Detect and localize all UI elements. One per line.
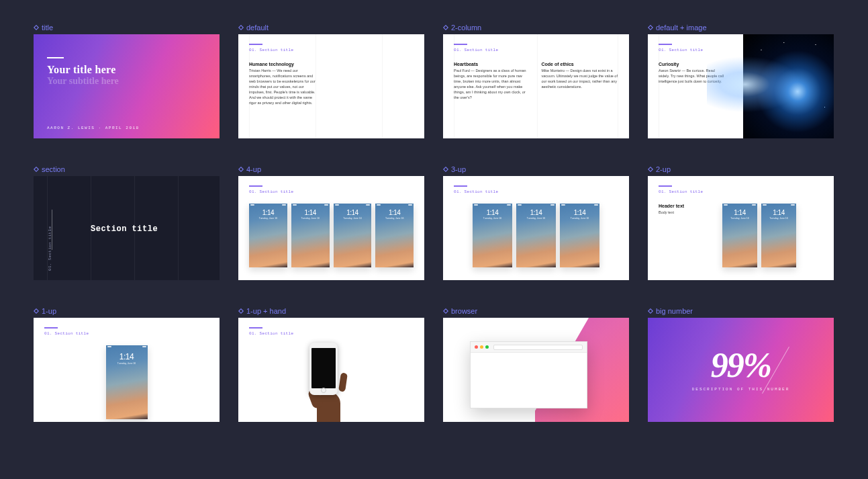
component-icon [238,167,244,172]
section-title: Section title [91,224,158,234]
slide-item-2-up[interactable]: 2-up 01. Section title Header text Body … [648,165,834,280]
hand-mockup [295,341,369,422]
subtitle-text: Your subtitle here [47,76,206,87]
layout-guide [618,34,618,138]
body-text: Tristan Harris — We need our smartphones… [249,69,316,106]
component-label: big number [648,307,834,315]
phone-date: Tuesday, June 16 [473,217,512,220]
component-label: title [34,24,220,32]
slide-canvas: 01. Section title 1:14Tuesday, June 16 [34,318,220,422]
slide-item-default-image[interactable]: default + image 01. Section title Curios… [648,24,834,138]
col1-body: Paul Ford — Designers as a class of huma… [454,69,531,101]
component-icon [34,25,39,30]
accent-rule [249,44,262,45]
accent-rule [454,185,467,187]
slide-grid: title Your title here Your subtitle here… [34,24,834,422]
component-icon [238,308,244,314]
traffic-light-close [475,345,478,349]
phone-row: 1:14Tuesday, June 16 1:14Tuesday, June 1… [454,204,618,267]
meta-text: AARON Z. LEWIS · APRIL 2018 [47,126,206,130]
phone-mockup: 1:14Tuesday, June 16 [761,204,796,267]
label-text: 3-up [451,165,466,173]
label-text: big number [656,307,693,315]
layout-guide [178,176,179,280]
body-text: Body text [659,210,709,216]
slide-canvas: 01. Section title Heartbeats Paul Ford —… [443,34,629,138]
slide-canvas [443,318,629,422]
slide-canvas: 99% DESCRIPTION OF THIS NUMBER [648,318,834,422]
phone-time: 1:14 [334,209,372,216]
slide-item-4-up[interactable]: 4-up 01. Section title 1:14Tuesday, June… [238,165,424,280]
section-label: 01. Section title [659,189,823,194]
component-icon [238,25,244,30]
phone-row: 1:14Tuesday, June 16 1:14Tuesday, June 1… [249,204,414,267]
slide-canvas: 01. Section title Humane technology Tris… [238,34,424,138]
slide-canvas: 01. Section title 1:14Tuesday, June 16 1… [443,176,629,280]
label-text: 2-column [451,24,481,32]
component-label: 1-up [34,307,220,315]
component-label: 4-up [238,165,424,173]
slide-item-1-up-hand[interactable]: 1-up + hand 01. Section title [238,307,424,422]
section-label: 01. Section title [249,48,414,52]
slide-item-1-up[interactable]: 1-up 01. Section title 1:14Tuesday, June… [34,307,220,422]
phone-mockup: 1:14Tuesday, June 16 [722,204,757,267]
number-description: DESCRIPTION OF THIS NUMBER [692,387,790,392]
label-text: section [42,165,65,173]
title-text: Your title here [47,64,206,76]
slide-item-browser[interactable]: browser [443,307,629,422]
slide-item-section[interactable]: section 01. Section title Section title [34,165,220,280]
image-placeholder [743,34,834,138]
accent-rule [249,327,262,329]
big-number: 99% [711,348,771,383]
slide-item-title[interactable]: title Your title here Your subtitle here… [34,24,220,138]
slide-canvas: 01. Section title Header text Body text … [648,176,834,280]
phone-mockup: 1:14Tuesday, June 16 [291,204,330,267]
section-label: 01. Section title [249,189,414,194]
accent-rule [47,57,64,58]
layout-guide [316,34,316,138]
component-icon [648,25,653,30]
phone-time: 1:14 [516,209,556,216]
traffic-light-max [485,345,489,349]
phone-row: 1:14Tuesday, June 16 1:14Tuesday, June 1… [722,204,796,267]
component-label: 2-column [443,24,629,32]
label-text: browser [451,307,477,315]
slide-canvas: Your title here Your subtitle here AARON… [34,34,220,138]
phone-date: Tuesday, June 16 [375,217,414,220]
component-label: 2-up [648,165,834,173]
slide-item-big-number[interactable]: big number 99% DESCRIPTION OF THIS NUMBE… [648,307,834,422]
phone-date: Tuesday, June 16 [560,217,599,220]
phone-date: Tuesday, June 16 [334,217,372,220]
layout-guide [382,34,383,138]
phone-date: Tuesday, June 16 [761,217,796,220]
label-text: 4-up [246,165,261,173]
slide-item-default[interactable]: default 01. Section title Humane technol… [238,24,424,138]
phone-time: 1:14 [560,209,599,216]
section-label: 01. Section title [454,48,618,52]
side-label: 01. Section title [48,226,52,271]
phone-time: 1:14 [375,209,414,216]
phone-time: 1:14 [473,209,512,216]
phone-row: 1:14Tuesday, June 16 [44,345,209,419]
browser-window [470,341,587,408]
phone-date: Tuesday, June 16 [249,217,287,220]
slide-item-3-up[interactable]: 3-up 01. Section title 1:14Tuesday, June… [443,165,629,280]
component-icon [443,308,448,314]
slide-canvas: 01. Section title Section title [34,176,220,280]
phone-time: 1:14 [106,352,148,361]
col2-body: Mike Monteiro — Design does not exist in… [542,69,619,90]
slide-item-2-column[interactable]: 2-column 01. Section title Heartbeats Pa… [443,24,629,138]
component-icon [34,167,39,172]
phone-mockup: 1:14Tuesday, June 16 [106,345,148,419]
layout-guide [537,34,538,138]
phone-date: Tuesday, June 16 [722,217,757,220]
phone-date: Tuesday, June 16 [106,362,148,365]
component-label: default + image [648,24,834,32]
url-bar [493,345,583,350]
component-label: section [34,165,220,173]
label-text: title [42,24,53,32]
label-text: 2-up [656,165,671,173]
accent-rule [44,327,58,329]
phone-mockup: 1:14Tuesday, June 16 [516,204,556,267]
label-text: 1-up + hand [246,307,286,315]
